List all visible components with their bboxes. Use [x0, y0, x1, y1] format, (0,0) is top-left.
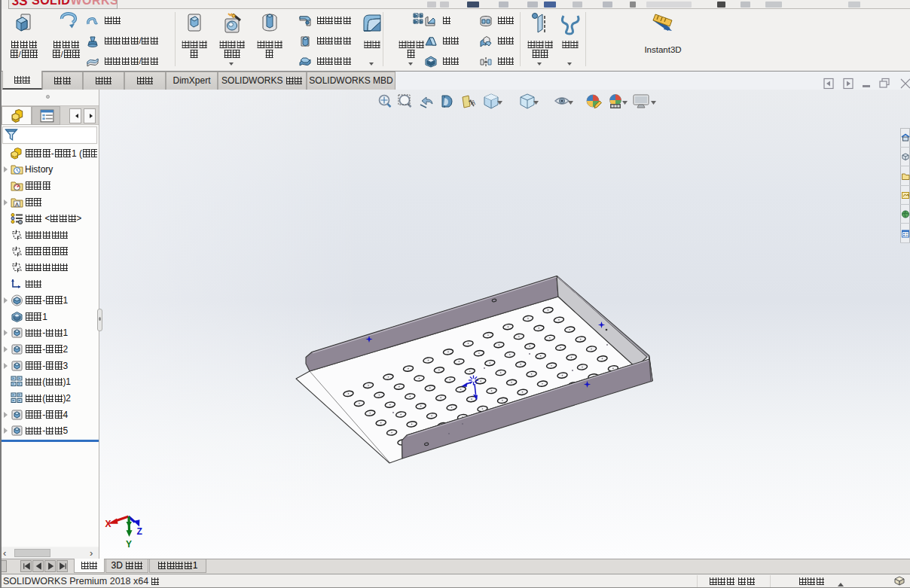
svg-text:X: X	[105, 519, 111, 529]
svg-text:Y: Y	[126, 539, 132, 550]
svg-text:Z: Z	[137, 526, 142, 537]
